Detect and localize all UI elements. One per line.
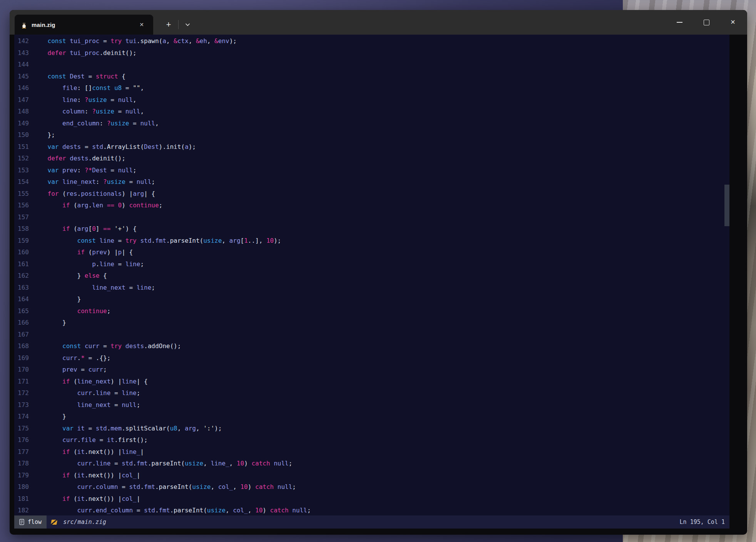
code-text: curr.* = .{}; — [33, 352, 729, 364]
code-text: curr.line = std.fmt.parseInt(usize, line… — [33, 458, 729, 470]
code-line: 145 const Dest = struct { — [14, 71, 729, 83]
window-titlebar: main.zig ✕ + ✕ — [10, 10, 747, 35]
line-number: 151 — [14, 141, 33, 153]
tab-title: main.zig — [32, 22, 55, 28]
code-line: 153 var prev: ?*Dest = null; — [14, 165, 729, 177]
code-line: 155 for (res.positionals) |arg| { — [14, 188, 729, 200]
minimize-button[interactable] — [670, 10, 689, 35]
code-text: var prev: ?*Dest = null; — [33, 165, 729, 177]
code-line: 182 curr.end_column = std.fmt.parseInt(u… — [14, 505, 729, 515]
line-number: 153 — [14, 165, 33, 177]
tab-dropdown-button[interactable] — [180, 15, 195, 35]
code-text: if (line_next) |line| { — [33, 376, 729, 388]
code-line: 180 curr.column = std.fmt.parseInt(usize… — [14, 481, 729, 493]
code-text: curr.column = std.fmt.parseInt(usize, co… — [33, 481, 729, 493]
document-icon — [19, 519, 24, 525]
line-number: 167 — [14, 329, 33, 341]
close-button[interactable]: ✕ — [723, 10, 743, 35]
line-number: 148 — [14, 106, 33, 118]
editor-mode-chip[interactable]: flow — [14, 515, 47, 529]
code-line: 146 file: []const u8 = "", — [14, 82, 729, 94]
code-line: 170 prev = curr; — [14, 364, 729, 376]
editor-pane: 142 const tui_proc = try tui.spawn(a, &c… — [14, 35, 729, 529]
line-number: 154 — [14, 176, 33, 188]
file-path: src/main.zig — [63, 519, 106, 525]
code-line: 164 } — [14, 294, 729, 305]
tab-close-icon[interactable]: ✕ — [139, 15, 144, 35]
code-text: if (it.next()) |col_| — [33, 493, 729, 505]
line-number: 161 — [14, 258, 33, 270]
code-area: 142 const tui_proc = try tui.spawn(a, &c… — [14, 35, 729, 515]
code-text: var dests = std.ArrayList(Dest).init(a); — [33, 141, 729, 153]
scrollbar-thumb[interactable] — [724, 185, 729, 226]
code-text: continue; — [33, 305, 729, 317]
code-line: 147 line: ?usize = null, — [14, 94, 729, 106]
code-line: 176 curr.file = it.first(); — [14, 434, 729, 446]
code-line: 175 var it = std.mem.splitScalar(u8, arg… — [14, 423, 729, 435]
code-line: 154 var line_next: ?usize = null; — [14, 176, 729, 188]
code-line: 160 if (prev) |p| { — [14, 247, 729, 258]
code-text: line_next = line; — [33, 282, 729, 294]
line-number: 175 — [14, 423, 33, 435]
code-text: curr.line = line; — [33, 387, 729, 399]
line-number: 142 — [14, 35, 33, 47]
code-line: 173 line_next = null; — [14, 399, 729, 411]
line-number: 181 — [14, 493, 33, 505]
new-tab-button[interactable]: + — [161, 15, 177, 35]
code-line: 142 const tui_proc = try tui.spawn(a, &c… — [14, 35, 729, 47]
line-number: 166 — [14, 317, 33, 329]
line-number: 164 — [14, 294, 33, 305]
line-number: 171 — [14, 376, 33, 388]
line-number: 150 — [14, 129, 33, 141]
code-text: defer tui_proc.deinit(); — [33, 47, 729, 59]
line-number: 177 — [14, 446, 33, 458]
maximize-button[interactable] — [697, 10, 716, 35]
code-text: var it = std.mem.splitScalar(u8, arg, ':… — [33, 423, 729, 435]
code-line: 151 var dests = std.ArrayList(Dest).init… — [14, 141, 729, 153]
code-line: 167 — [14, 329, 729, 341]
code-line: 152 defer dests.deinit(); — [14, 153, 729, 165]
line-number: 178 — [14, 458, 33, 470]
code-line: 159 const line = try std.fmt.parseInt(us… — [14, 235, 729, 247]
code-line: 156 if (arg.len == 0) continue; — [14, 200, 729, 212]
code-line: 143 defer tui_proc.deinit(); — [14, 47, 729, 59]
code-text: p.line = line; — [33, 258, 729, 270]
line-number: 147 — [14, 94, 33, 106]
close-icon: ✕ — [730, 19, 735, 25]
code-text: if (prev) |p| { — [33, 247, 729, 258]
code-text: if (arg[0] == '+') { — [33, 223, 729, 235]
mode-label: flow — [28, 519, 42, 525]
code-text: const curr = try dests.addOne(); — [33, 340, 729, 352]
code-text — [33, 329, 729, 341]
line-number: 160 — [14, 247, 33, 258]
code-text: const Dest = struct { — [33, 71, 729, 83]
line-number: 156 — [14, 200, 33, 212]
code-text — [33, 59, 729, 71]
code-line: 172 curr.line = line; — [14, 387, 729, 399]
code-text: line_next = null; — [33, 399, 729, 411]
minimize-icon — [677, 22, 682, 23]
line-number: 149 — [14, 118, 33, 130]
line-number: 182 — [14, 505, 33, 515]
line-number: 169 — [14, 352, 33, 364]
tux-penguin-icon — [21, 21, 27, 28]
line-number: 143 — [14, 47, 33, 59]
tab-main-zig[interactable]: main.zig ✕ — [15, 15, 153, 35]
status-bar: flow src/main.zig Ln 195, Col 1 — [14, 515, 729, 529]
code-line: 171 if (line_next) |line| { — [14, 376, 729, 388]
line-number: 179 — [14, 470, 33, 482]
code-text — [33, 212, 729, 223]
code-text: curr.end_column = std.fmt.parseInt(usize… — [33, 505, 729, 515]
code-line: 179 if (it.next()) |col_| — [14, 470, 729, 482]
code-text: const line = try std.fmt.parseInt(usize,… — [33, 235, 729, 247]
code-line: 162 } else { — [14, 270, 729, 282]
line-number: 165 — [14, 305, 33, 317]
line-number: 155 — [14, 188, 33, 200]
code-line: 144 — [14, 59, 729, 71]
code-text: var line_next: ?usize = null; — [33, 176, 729, 188]
code-text: const tui_proc = try tui.spawn(a, &ctx, … — [33, 35, 729, 47]
tabbar-separator — [178, 20, 179, 29]
code-text: } — [33, 411, 729, 423]
code-text: } — [33, 317, 729, 329]
code-text: if (it.next()) |col_| — [33, 470, 729, 482]
